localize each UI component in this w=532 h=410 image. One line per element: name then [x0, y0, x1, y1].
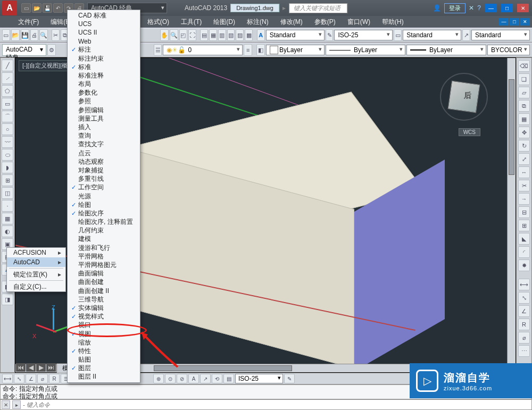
dim-style-combo[interactable]: ISO-25	[334, 30, 393, 40]
qat-open-icon[interactable]: 📂	[32, 3, 41, 13]
ellipsearc-icon[interactable]: ◗	[2, 162, 13, 173]
toolbar-menu-item-33[interactable]: 三维导航	[68, 295, 140, 304]
toolbar-menu-item-15[interactable]: 查找文字	[68, 140, 140, 149]
menu-draw[interactable]: 绘图(D)	[208, 16, 240, 28]
tab-nav-prev-icon[interactable]: ◀	[26, 363, 36, 372]
erase-icon[interactable]: ⌫	[518, 60, 530, 72]
scale-icon[interactable]: ⤢	[518, 153, 530, 165]
menu-file[interactable]: 文件(F)	[13, 16, 44, 28]
toolbar-menu-item-13[interactable]: 插入	[68, 123, 140, 131]
dim-angular-icon[interactable]: ∠	[518, 305, 530, 317]
toolbar-menu-item-22[interactable]: ✓绘图	[68, 200, 140, 209]
toolbar-menu-item-27[interactable]: 漫游和飞行	[68, 244, 140, 252]
tab-nav-first-icon[interactable]: ⏮	[16, 363, 26, 372]
toolbar-menu-item-12[interactable]: 测量工具	[68, 114, 140, 123]
st-a-icon[interactable]: ⊕	[153, 374, 164, 383]
toolbar-menu-item-16[interactable]: 点云	[68, 149, 140, 157]
block-icon[interactable]: ◫	[2, 187, 13, 199]
line-icon[interactable]: ╱	[2, 60, 13, 71]
help-icon[interactable]: ?	[477, 4, 481, 12]
st-dim5-icon[interactable]: R	[49, 374, 60, 383]
toolbar-menu-item-5[interactable]: 标注约束	[68, 54, 140, 63]
plotstyle-combo[interactable]: BYCOLOR	[487, 45, 530, 55]
copy2-icon[interactable]: ❏	[518, 73, 530, 85]
toolbar-menu-item-41[interactable]: ✓图层	[68, 364, 140, 373]
wcs-badge[interactable]: WCS	[459, 128, 480, 136]
maximize-button[interactable]: □	[501, 4, 513, 12]
dim-continue-icon[interactable]: ⋯	[518, 345, 530, 357]
array-icon[interactable]: ▦	[518, 113, 530, 125]
rect-icon[interactable]: ▭	[2, 98, 13, 110]
insert-icon[interactable]: ⊞	[2, 174, 13, 186]
tablestyle-icon[interactable]: ▭	[394, 29, 402, 41]
toolbar-menu-item-24[interactable]: 绘图次序, 注释前置	[68, 218, 140, 227]
pan-icon[interactable]: ✋	[160, 29, 169, 41]
toolbar-menu-item-10[interactable]: 参照	[68, 97, 140, 106]
cmd-close-icon[interactable]: ✕	[2, 400, 10, 409]
dim-radius-icon[interactable]: R	[518, 319, 530, 330]
st-dim3-icon[interactable]: ∠	[26, 374, 36, 383]
linetype-combo[interactable]: ByLayer	[326, 45, 405, 55]
toolbar-menu-item-42[interactable]: 图层 II	[68, 373, 140, 381]
st-f-icon[interactable]: ⟲	[212, 374, 222, 383]
join-icon[interactable]: ⊞	[518, 220, 530, 231]
toolbar-menu-item-1[interactable]: UCS	[68, 20, 140, 28]
exchange-icon[interactable]: ✕	[469, 4, 474, 12]
markup-icon[interactable]: ▨	[236, 29, 244, 41]
scrollbar-v-thumb[interactable]	[509, 79, 514, 175]
toolbar-menu-item-39[interactable]: ✓特性	[68, 347, 140, 355]
toolbar-menu-item-26[interactable]: 建模	[68, 235, 140, 244]
doc-minimize-button[interactable]: —	[499, 18, 509, 26]
doc-close-button[interactable]: ✕	[520, 18, 530, 26]
fillet-icon[interactable]: ◜	[518, 246, 530, 258]
mleader-icon[interactable]: ↗	[462, 29, 470, 41]
st-dim2-icon[interactable]: ⤡	[14, 374, 24, 383]
toolpal-icon[interactable]: ▥	[218, 29, 226, 41]
st-d-icon[interactable]: A	[188, 374, 199, 383]
toolbar-menu-item-6[interactable]: ✓标准	[68, 63, 140, 71]
spline-icon[interactable]: 〰	[2, 136, 13, 148]
close-button[interactable]: ✕	[517, 4, 529, 12]
dim-linear-icon[interactable]: ⟷	[518, 279, 530, 290]
toolbar-menu-item-36[interactable]: 视口	[68, 321, 140, 330]
menu-help[interactable]: 帮助(H)	[377, 16, 409, 28]
status-dim-combo[interactable]: ISO-25	[235, 374, 283, 383]
calc-icon[interactable]: ▩	[245, 29, 253, 41]
point-icon[interactable]: ·	[2, 200, 13, 212]
chamfer-icon[interactable]: ◣	[518, 233, 530, 245]
qat-undo-icon[interactable]: ↶	[53, 3, 63, 13]
st-dimstyle-icon[interactable]: ✎	[284, 374, 295, 383]
menu-modify[interactable]: 修改(M)	[275, 16, 308, 28]
scrollbar-vertical[interactable]	[507, 58, 516, 372]
toolbar-menu-item-14[interactable]: 查询	[68, 132, 140, 140]
zoom-ext-icon[interactable]: ⛶	[188, 29, 196, 41]
menu-param[interactable]: 参数(P)	[309, 16, 341, 28]
new-icon[interactable]: ▭	[2, 29, 10, 41]
st-c-icon[interactable]: ⊘	[177, 374, 187, 383]
explode-icon[interactable]: ✸	[518, 260, 530, 271]
toolbar-menu-item-21[interactable]: 光源	[68, 192, 140, 200]
cmd-prompt-icon[interactable]: ▸	[12, 400, 21, 409]
toolbar-menu-item-8[interactable]: 布局	[68, 80, 140, 89]
toolbar-menu-item-9[interactable]: 参数化	[68, 89, 140, 97]
scrollbar-h-thumb[interactable]	[154, 365, 292, 371]
ctx-customize[interactable]: 自定义(C)...	[7, 282, 65, 291]
print-icon[interactable]: 🖨	[30, 29, 38, 41]
app-logo[interactable]: A	[2, 1, 17, 15]
designctr-icon[interactable]: ▦	[209, 29, 217, 41]
toolbar-menu-item-29[interactable]: 平滑网格图元	[68, 261, 140, 269]
toolbar-menu-item-32[interactable]: 曲面创建 II	[68, 287, 140, 295]
preview-icon[interactable]: 🔍	[39, 29, 48, 41]
toolbar-menu-item-30[interactable]: 曲面编辑	[68, 270, 140, 278]
rotate-icon[interactable]: ↻	[518, 140, 530, 152]
toolbar-menu-item-0[interactable]: CAD 标准	[68, 11, 140, 20]
toolbar-menu-item-11[interactable]: 参照编辑	[68, 106, 140, 114]
dim-aligned-icon[interactable]: ⤡	[518, 292, 530, 304]
extend-icon[interactable]: →	[518, 193, 530, 205]
textstyle-icon[interactable]: A	[257, 29, 265, 41]
layerprops-icon[interactable]: ☰	[154, 44, 162, 56]
table-style-combo[interactable]: Standard	[403, 30, 461, 40]
ws-gear-icon[interactable]: ⚙	[47, 44, 56, 56]
tab-nav-last-icon[interactable]: ⏭	[46, 363, 56, 372]
cut-icon[interactable]: ✂	[52, 29, 60, 41]
